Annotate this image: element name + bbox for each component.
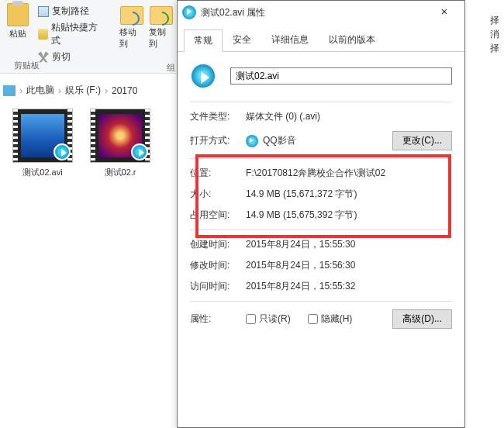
folder-copy-icon	[150, 6, 173, 25]
copy-path-icon	[38, 6, 49, 17]
dialog-titlebar[interactable]: 测试02.avi 属性 ×	[178, 1, 464, 24]
label-location: 位置:	[190, 167, 246, 180]
tab-details[interactable]: 详细信息	[261, 29, 319, 51]
video-thumbnail	[90, 109, 150, 163]
tab-previous-versions[interactable]: 以前的版本	[319, 29, 385, 51]
edge-text: 择	[487, 42, 502, 55]
label-open-with: 打开方式:	[190, 134, 246, 147]
filename-input[interactable]	[230, 67, 452, 85]
readonly-checkbox[interactable]: 只读(R)	[246, 312, 291, 326]
advanced-button[interactable]: 高级(D)...	[392, 309, 452, 329]
value-modified: 2015年8月24日，15:56:30	[246, 259, 452, 272]
chevron-right-icon: ›	[19, 85, 22, 96]
close-button[interactable]: ×	[429, 2, 460, 23]
copy-path-button[interactable]: 复制路径	[38, 5, 105, 18]
qq-player-icon	[246, 135, 258, 147]
value-file-type: 媒体文件 (0) (.avi)	[246, 110, 452, 123]
dialog-title: 测试02.avi 属性	[201, 6, 429, 19]
label-modified: 修改时间:	[190, 259, 246, 272]
label-created: 创建时间:	[190, 238, 246, 251]
file-pane[interactable]: 测试02.avi 测试02.r	[0, 101, 178, 426]
paste-shortcut-button[interactable]: 粘贴快捷方式	[38, 21, 105, 47]
chevron-right-icon: ›	[58, 85, 61, 96]
value-size-on-disk: 14.9 MB (15,675,392 字节)	[246, 209, 452, 222]
paste-button[interactable]: 粘贴	[5, 3, 32, 40]
app-icon	[182, 5, 196, 19]
paste-label: 粘贴	[9, 28, 26, 40]
breadcrumb-drive[interactable]: 娱乐 (F:)	[65, 84, 101, 97]
video-thumbnail	[12, 109, 73, 163]
copy-path-label: 复制路径	[52, 5, 89, 18]
edge-text: 消	[487, 28, 502, 41]
value-size: 14.9 MB (15,671,372 字节)	[246, 188, 452, 201]
label-accessed: 访问时间:	[190, 280, 246, 293]
label-attributes: 属性:	[190, 312, 246, 326]
move-to-label: 移动到	[119, 26, 144, 50]
value-accessed: 2015年8月24日，15:55:32	[246, 280, 452, 293]
ribbon-section-label: 剪贴板	[14, 60, 40, 71]
ribbon: 粘贴 复制路径 粘贴快捷方式 剪切 移动到 复制到	[0, 0, 178, 74]
tabs: 常规 安全 详细信息 以前的版本	[178, 24, 464, 52]
label-size: 大小:	[190, 188, 246, 201]
folder-move-icon	[120, 6, 143, 25]
paste-shortcut-label: 粘贴快捷方式	[51, 21, 105, 47]
value-created: 2015年8月24日，15:55:30	[246, 238, 452, 251]
file-type-icon	[190, 63, 216, 89]
file-name: 测试02.avi	[22, 167, 62, 178]
value-location: F:\20170812奔腾校企合作\测试02	[246, 167, 452, 180]
tab-security[interactable]: 安全	[223, 29, 261, 51]
properties-dialog: 测试02.avi 属性 × 常规 安全 详细信息 以前的版本 文件类型: 媒体文…	[177, 0, 465, 428]
play-overlay-icon	[54, 143, 71, 160]
change-button[interactable]: 更改(C)...	[392, 131, 452, 150]
breadcrumb[interactable]: › 此电脑 › 娱乐 (F:) › 20170	[3, 84, 137, 97]
value-open-with: QQ影音	[246, 134, 392, 147]
cut-button[interactable]: 剪切	[38, 50, 105, 64]
label-file-type: 文件类型:	[190, 110, 246, 123]
play-overlay-icon	[131, 143, 148, 160]
file-item[interactable]: 测试02.avi	[8, 109, 78, 178]
breadcrumb-this-pc[interactable]: 此电脑	[26, 84, 54, 97]
shortcut-icon	[38, 29, 49, 40]
clipboard-icon	[7, 3, 29, 26]
move-to-button[interactable]: 移动到	[119, 3, 144, 50]
file-name: 测试02.r	[105, 167, 136, 178]
hidden-checkbox[interactable]: 隐藏(H)	[308, 312, 353, 326]
ribbon-section-suffix: 组	[167, 62, 175, 74]
label-size-on-disk: 占用空间:	[190, 209, 246, 222]
scissors-icon	[38, 52, 49, 63]
breadcrumb-folder[interactable]: 20170	[112, 85, 137, 96]
tab-general[interactable]: 常规	[184, 29, 223, 52]
file-item[interactable]: 测试02.r	[85, 109, 155, 178]
pc-icon	[3, 85, 16, 96]
edge-text: 择	[487, 14, 502, 27]
chevron-right-icon: ›	[105, 85, 108, 96]
copy-to-button[interactable]: 复制到	[149, 3, 174, 50]
copy-to-label: 复制到	[149, 26, 174, 50]
cut-label: 剪切	[52, 50, 71, 64]
